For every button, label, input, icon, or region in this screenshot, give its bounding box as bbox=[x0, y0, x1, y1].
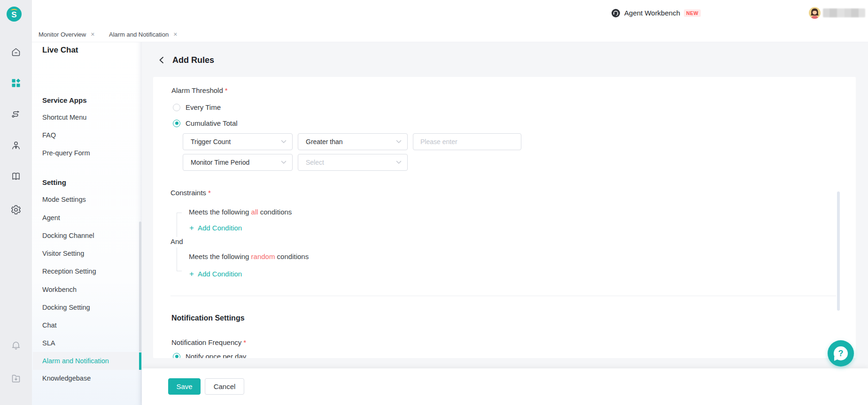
monitor-time-period-select[interactable]: Monitor Time Period bbox=[183, 154, 293, 171]
sidebar-item-knowledgebase[interactable]: Knowledgebase bbox=[33, 369, 141, 387]
sidebar-item-visitor-setting[interactable]: Visitor Setting bbox=[33, 245, 141, 262]
avatar[interactable] bbox=[809, 7, 821, 21]
headset-icon bbox=[611, 8, 620, 18]
notification-frequency-label: Notification Frequency* bbox=[171, 338, 246, 346]
logo-arc bbox=[11, 9, 17, 12]
sidebar-item-docking-setting[interactable]: Docking Setting bbox=[33, 298, 141, 316]
sidebar-item-alarm-and-notification[interactable]: Alarm and Notification bbox=[33, 352, 141, 370]
radio-every-time[interactable]: Every Time bbox=[173, 103, 221, 111]
chevron-down-icon bbox=[281, 140, 287, 144]
condition-group-1-text: Meets the following all conditions bbox=[189, 208, 292, 216]
sidebar-item-workbench[interactable]: Workbench bbox=[33, 281, 141, 298]
brand-logo[interactable]: S bbox=[7, 7, 22, 22]
bell-icon[interactable] bbox=[8, 337, 24, 353]
agent-person-icon[interactable] bbox=[8, 138, 24, 153]
radio-icon-checked[interactable] bbox=[173, 353, 180, 359]
and-connector: And bbox=[170, 237, 183, 245]
help-button[interactable]: ? bbox=[828, 340, 854, 367]
condition-group-2-text: Meets the following random conditions bbox=[189, 252, 309, 260]
knowledgebase-book-icon[interactable] bbox=[8, 168, 24, 184]
apps-grid-icon[interactable] bbox=[8, 75, 24, 91]
sidebar-item-agent[interactable]: Agent bbox=[33, 209, 141, 227]
threshold-metric-select[interactable]: Trigger Count bbox=[183, 133, 293, 150]
download-folder-icon[interactable] bbox=[8, 370, 24, 386]
redacted-username bbox=[823, 8, 865, 17]
gear-icon[interactable] bbox=[8, 202, 24, 218]
agent-workbench-link[interactable]: Agent Workbench NEW bbox=[611, 7, 701, 19]
sidebar: Live Chat Service Apps Shortcut Menu FAQ… bbox=[32, 42, 142, 405]
sidebar-title: Live Chat bbox=[42, 46, 78, 55]
add-rules-form-card: Alarm Threshold* Every Time Cumulative T… bbox=[153, 77, 856, 358]
top-header: Monitor Overview × Alarm and Notificatio… bbox=[32, 0, 868, 42]
sidebar-item-shortcut-menu[interactable]: Shortcut Menu bbox=[33, 108, 141, 126]
threshold-operator-select[interactable]: Greater than bbox=[298, 133, 408, 150]
tree-line-upper bbox=[177, 213, 177, 237]
sidebar-item-sla[interactable]: SLA bbox=[33, 334, 141, 352]
close-icon[interactable]: × bbox=[173, 31, 177, 38]
tree-tick-bottom bbox=[177, 271, 182, 271]
radio-cumulative-total[interactable]: Cumulative Total bbox=[173, 119, 238, 127]
chevron-down-icon bbox=[396, 160, 402, 164]
back-icon[interactable] bbox=[157, 56, 166, 64]
section-divider bbox=[170, 296, 836, 296]
cancel-button[interactable]: Cancel bbox=[205, 378, 244, 395]
save-button[interactable]: Save bbox=[168, 378, 201, 395]
page-title: Add Rules bbox=[172, 55, 214, 65]
condition-keyword: all bbox=[251, 208, 258, 216]
sidebar-item-reception-setting[interactable]: Reception Setting bbox=[33, 262, 141, 280]
notification-settings-heading: Notification Settings bbox=[171, 314, 245, 322]
constraints-label: Constraints* bbox=[170, 189, 211, 197]
required-asterisk: * bbox=[225, 86, 228, 94]
add-condition-link-2[interactable]: + Add Condition bbox=[189, 270, 242, 278]
sidebar-item-chat[interactable]: Chat bbox=[33, 316, 141, 334]
tab-label: Monitor Overview bbox=[39, 31, 86, 38]
alarm-threshold-label: Alarm Threshold* bbox=[171, 86, 228, 94]
tree-tick-top bbox=[177, 213, 182, 213]
workflow-icon[interactable] bbox=[8, 106, 24, 122]
tree-line-lower bbox=[177, 247, 177, 271]
radio-icon[interactable] bbox=[173, 104, 180, 111]
tab-label: Alarm and Notification bbox=[109, 31, 169, 38]
radio-notification-frequency-option[interactable]: Notify once per day bbox=[173, 352, 246, 358]
time-period-value-select[interactable]: Select bbox=[298, 154, 408, 171]
icon-rail: S bbox=[0, 0, 32, 405]
product-label: Agent Workbench bbox=[624, 9, 680, 17]
threshold-value-input[interactable] bbox=[413, 133, 521, 150]
plus-icon: + bbox=[189, 270, 194, 278]
new-badge: NEW bbox=[684, 9, 701, 17]
page-title-row: Add Rules bbox=[157, 53, 214, 67]
sidebar-item-pre-query-form[interactable]: Pre-query Form bbox=[33, 144, 141, 162]
home-icon[interactable] bbox=[8, 44, 24, 60]
close-icon[interactable]: × bbox=[91, 31, 94, 38]
plus-icon: + bbox=[189, 224, 194, 232]
required-asterisk: * bbox=[208, 189, 211, 197]
form-scrollbar-thumb[interactable] bbox=[837, 191, 840, 311]
sidebar-active-indicator bbox=[139, 352, 141, 370]
radio-icon-checked[interactable] bbox=[173, 120, 180, 127]
tab-monitor-overview[interactable]: Monitor Overview × bbox=[39, 28, 94, 40]
condition-keyword: random bbox=[251, 252, 275, 260]
sidebar-item-docking-channel[interactable]: Docking Channel bbox=[33, 227, 141, 245]
app-screen: S Monitor Overview × bbox=[0, 0, 868, 405]
required-asterisk: * bbox=[243, 338, 246, 346]
help-icon: ? bbox=[834, 346, 848, 360]
sidebar-item-faq[interactable]: FAQ bbox=[33, 126, 141, 144]
sidebar-scrollbar-thumb[interactable] bbox=[139, 222, 141, 352]
chevron-down-icon bbox=[281, 160, 287, 164]
sidebar-section-service-apps: Service Apps bbox=[42, 91, 87, 109]
tab-alarm-and-notification[interactable]: Alarm and Notification × bbox=[109, 28, 177, 40]
sidebar-item-mode-settings[interactable]: Mode Settings bbox=[33, 191, 141, 208]
footer-bar: Save Cancel bbox=[142, 368, 868, 405]
sidebar-section-setting: Setting bbox=[42, 173, 66, 191]
add-condition-link-1[interactable]: + Add Condition bbox=[189, 224, 242, 232]
chevron-down-icon bbox=[396, 140, 402, 144]
